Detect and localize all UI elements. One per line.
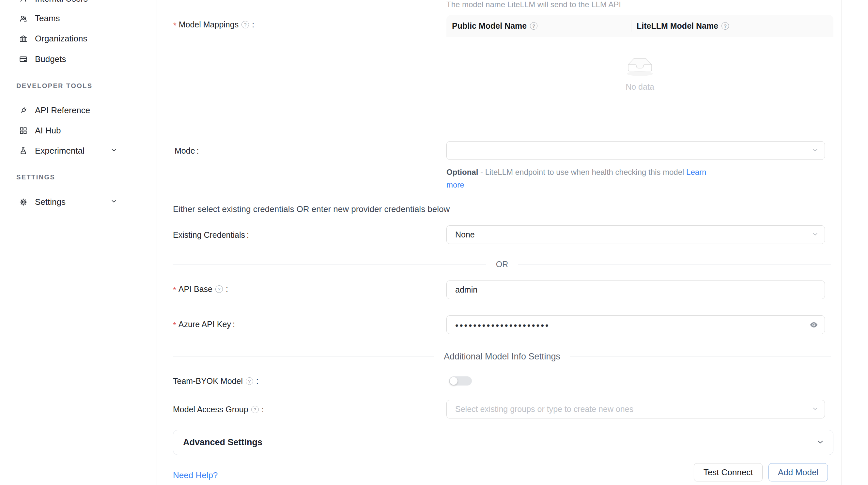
sidebar-item-label: Experimental <box>35 146 85 156</box>
litellm-model-help-text: The model name LiteLLM will send to the … <box>446 0 621 9</box>
required-mark: * <box>173 285 176 295</box>
model-access-group-label: Model Access Group : <box>173 403 264 416</box>
model-mappings-table: Public Model Name LiteLLM Model Name No … <box>446 15 833 131</box>
sidebar-item-label: Teams <box>35 13 60 24</box>
mode-select[interactable] <box>446 141 825 160</box>
help-circle-icon[interactable] <box>242 21 249 28</box>
sidebar-section-settings: SETTINGS <box>16 173 55 181</box>
no-data-text: No data <box>446 82 833 92</box>
add-model-page: Internal Users Teams Organizations Budge… <box>0 0 868 485</box>
help-circle-icon[interactable] <box>215 285 223 293</box>
add-model-button[interactable]: Add Model <box>769 463 828 481</box>
sidebar-item-label: API Reference <box>35 105 90 116</box>
model-mappings-label: * Model Mappings : <box>173 18 254 31</box>
ai-hub-icon <box>19 126 28 135</box>
existing-credentials-label-text: Existing Credentials <box>173 230 245 240</box>
mode-help-text: Optional - LiteLLM endpoint to use when … <box>446 166 712 191</box>
sidebar-item-label: Budgets <box>35 54 66 64</box>
sidebar-item-label: Internal Users <box>35 0 88 4</box>
sidebar-item-api-reference[interactable]: API Reference <box>0 103 157 118</box>
budgets-icon <box>19 55 28 64</box>
sidebar-item-ai-hub[interactable]: AI Hub <box>0 123 157 138</box>
api-reference-icon <box>19 106 28 115</box>
column-header-label: Public Model Name <box>452 21 527 31</box>
label-colon: : <box>252 20 254 29</box>
or-divider: OR <box>173 259 831 269</box>
need-help-link[interactable]: Need Help? <box>173 470 218 480</box>
help-circle-icon[interactable] <box>530 22 537 30</box>
additional-settings-divider-text: Additional Model Info Settings <box>444 352 560 362</box>
chevron-down-icon <box>110 147 118 155</box>
sidebar-item-budgets[interactable]: Budgets <box>0 52 157 66</box>
eye-icon[interactable] <box>808 321 819 329</box>
label-colon: : <box>247 230 249 240</box>
column-header-public-model-name: Public Model Name <box>446 21 631 31</box>
model-access-group-label-text: Model Access Group <box>173 405 248 414</box>
content-right-edge <box>841 0 842 485</box>
sidebar: Internal Users Teams Organizations Budge… <box>0 0 157 485</box>
team-byok-label: Team-BYOK Model : <box>173 375 258 387</box>
sidebar-item-settings[interactable]: Settings <box>0 195 157 209</box>
existing-credentials-select[interactable]: None <box>446 225 825 244</box>
organizations-icon <box>19 34 28 43</box>
mode-label: Mode : <box>175 144 199 157</box>
label-colon: : <box>262 405 264 414</box>
existing-credentials-value: None <box>455 230 475 239</box>
sidebar-item-label: AI Hub <box>35 126 61 136</box>
chevron-down-icon <box>811 405 819 414</box>
chevron-down-icon <box>816 438 825 448</box>
required-mark: * <box>173 321 176 330</box>
divider-line <box>173 264 486 264</box>
existing-credentials-label: Existing Credentials : <box>173 228 249 241</box>
additional-settings-divider: Additional Model Info Settings <box>173 352 831 361</box>
label-colon: : <box>197 146 199 156</box>
chevron-down-icon <box>110 198 118 206</box>
settings-gear-icon <box>19 198 28 206</box>
column-header-litellm-model-name: LiteLLM Model Name <box>631 21 730 31</box>
divider-line <box>173 356 434 357</box>
api-base-value: admin <box>455 285 477 294</box>
model-access-group-placeholder: Select existing groups or type to create… <box>455 405 633 414</box>
toggle-knob <box>450 377 458 385</box>
empty-inbox-icon <box>624 54 656 77</box>
sidebar-item-teams[interactable]: Teams <box>0 11 157 26</box>
sidebar-section-developer-tools: DEVELOPER TOOLS <box>16 82 92 90</box>
azure-api-key-input[interactable]: ••••••••••••••••••••• <box>446 315 825 334</box>
chevron-down-icon <box>811 231 819 239</box>
azure-api-key-label: * Azure API Key : <box>173 318 235 331</box>
sidebar-item-experimental[interactable]: Experimental <box>0 143 157 158</box>
api-base-label: * API Base : <box>173 283 228 295</box>
or-divider-text: OR <box>496 260 508 269</box>
api-base-label-text: API Base <box>179 284 212 294</box>
mode-help-bold: Optional <box>446 168 478 176</box>
help-circle-icon[interactable] <box>721 22 729 30</box>
label-colon: : <box>226 284 228 294</box>
chevron-down-icon <box>811 147 819 155</box>
sidebar-item-internal-users[interactable]: Internal Users <box>0 0 157 6</box>
advanced-settings-panel[interactable]: Advanced Settings <box>173 430 833 455</box>
sidebar-item-label: Organizations <box>35 34 87 44</box>
mode-help-body: - LiteLLM endpoint to use when health ch… <box>478 168 686 176</box>
table-empty-state: No data <box>446 54 833 92</box>
advanced-settings-title: Advanced Settings <box>183 438 262 448</box>
label-colon: : <box>256 377 258 386</box>
api-base-input[interactable]: admin <box>446 281 825 299</box>
divider-line <box>518 264 831 264</box>
credentials-note: Either select existing credentials OR en… <box>173 204 450 214</box>
table-header-row: Public Model Name LiteLLM Model Name <box>446 15 833 37</box>
help-circle-icon[interactable] <box>251 406 259 413</box>
column-divider <box>631 20 631 32</box>
test-connect-button[interactable]: Test Connect <box>694 463 763 481</box>
experimental-icon <box>19 147 28 155</box>
sidebar-item-label: Settings <box>35 197 66 207</box>
help-circle-icon[interactable] <box>246 377 253 385</box>
team-byok-toggle[interactable] <box>449 377 472 386</box>
sidebar-item-organizations[interactable]: Organizations <box>0 31 157 46</box>
label-colon: : <box>232 320 235 329</box>
azure-api-key-masked-value: ••••••••••••••••••••• <box>455 320 550 331</box>
required-mark: * <box>173 21 177 30</box>
teams-icon <box>19 14 28 23</box>
mode-label-text: Mode <box>175 146 195 156</box>
model-access-group-select[interactable]: Select existing groups or type to create… <box>446 400 825 418</box>
model-mappings-label-text: Model Mappings <box>179 20 239 29</box>
